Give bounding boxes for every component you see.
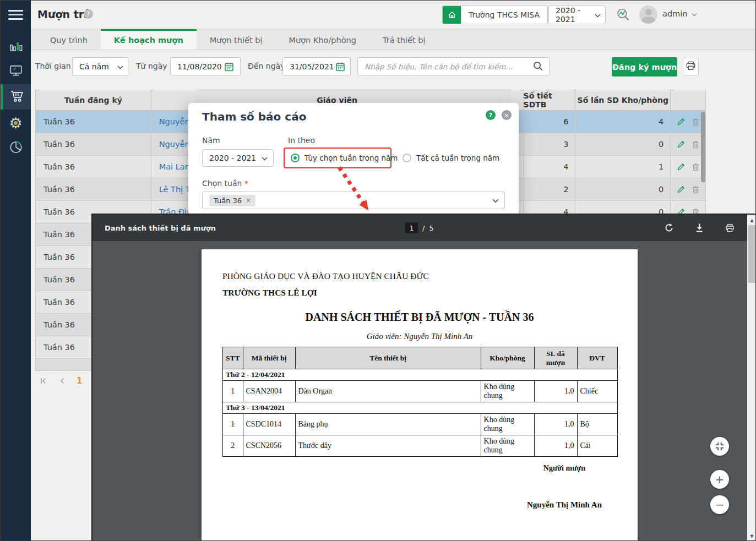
pie-chart-icon — [9, 140, 23, 156]
print-by-label: In theo — [288, 136, 315, 145]
shopping-cart-icon — [9, 88, 25, 106]
doc-table: STT Mã thiết bị Tên thiết bị Kho/phòng S… — [222, 347, 618, 457]
scroll-up-icon[interactable]: ▲ — [747, 216, 756, 224]
pdf-total-pages: 5 — [429, 224, 433, 232]
delete-icon[interactable] — [691, 162, 700, 172]
bar-chart-icon — [9, 39, 23, 56]
filter-bar: Thời gian Cả năm Từ ngày 11/08/2020 Đến … — [31, 50, 755, 83]
tab-quy-trinh[interactable]: Quy trình — [37, 29, 101, 50]
prev-page-icon[interactable] — [58, 376, 67, 385]
delete-icon[interactable] — [691, 117, 700, 127]
tab-ke-hoach-muon[interactable]: Kế hoạch mượn — [101, 29, 197, 50]
fit-page-button[interactable] — [710, 437, 729, 456]
edit-icon[interactable] — [676, 184, 686, 194]
cell-week: Tuần 36 — [36, 133, 151, 155]
sidebar-item-devices[interactable] — [1, 59, 31, 84]
cell-sdtb: 2 — [524, 178, 576, 200]
modal-close-icon[interactable]: × — [502, 110, 512, 120]
doc-section-row: Thứ 3 - 13/04/2021 — [223, 402, 618, 414]
from-date-input[interactable]: 11/08/2020 — [170, 57, 241, 76]
week-multiselect[interactable]: Tuần 36 × — [202, 192, 505, 209]
tab-muon-kho-phong[interactable]: Mượn Kho/phòng — [275, 29, 369, 50]
app-window: ⚙ Mượn trả ? Trường THCS MISA 2020 - 202… — [0, 0, 756, 541]
sidebar-item-reports[interactable] — [1, 35, 31, 60]
search-icon[interactable] — [532, 61, 543, 73]
sidebar: ⚙ — [1, 1, 31, 540]
cell-sdtb: 6 — [524, 111, 576, 133]
col-header-sdtb: Số tiết SDTB — [524, 90, 576, 110]
calendar-icon[interactable] — [334, 59, 347, 74]
username: admin — [662, 9, 687, 18]
edit-icon[interactable] — [676, 139, 686, 149]
year-label: Năm — [202, 136, 220, 145]
pdf-preview-overlay: Danh sách thiết bị đã mượn 1 / 5 PH — [91, 214, 756, 541]
edit-icon[interactable] — [676, 117, 686, 127]
pdf-toolbar: Danh sách thiết bị đã mượn 1 / 5 — [93, 215, 747, 241]
search-input[interactable] — [365, 62, 532, 71]
doc-table-header: STT Mã thiết bị Tên thiết bị Kho/phòng S… — [223, 347, 618, 369]
doc-col-code: Mã thiết bị — [243, 347, 295, 369]
delete-icon[interactable] — [691, 185, 700, 194]
radio-all-label: Tất cả tuần trong năm — [416, 154, 499, 162]
download-icon[interactable] — [694, 223, 704, 233]
user-menu[interactable]: admin — [662, 9, 697, 18]
home-icon — [443, 6, 461, 24]
from-date-value: 11/08/2020 — [177, 62, 222, 71]
printer-icon — [685, 60, 697, 74]
sidebar-item-borrow-return[interactable] — [1, 84, 31, 110]
gear-icon: ⚙ — [9, 116, 22, 130]
from-date-label: Từ ngày — [136, 62, 167, 70]
rotate-icon[interactable] — [664, 223, 674, 233]
cell-week: Tuần 36 — [36, 156, 151, 178]
modal-year-value: 2020 - 2021 — [209, 154, 256, 162]
doc-col-name: Tên thiết bị — [295, 347, 481, 369]
scroll-down-icon[interactable]: ▼ — [747, 532, 756, 540]
sidebar-item-settings[interactable]: ⚙ — [1, 110, 31, 135]
sidebar-item-statistics[interactable] — [1, 135, 31, 161]
connection-status-icon[interactable] — [616, 7, 631, 25]
page-title: Mượn trả — [37, 8, 91, 20]
doc-col-room: Kho/phòng — [481, 347, 534, 369]
school-year-value: 2020 - 2021 — [556, 6, 595, 24]
col-header-actions — [671, 90, 705, 110]
pdf-viewport: PHÒNG GIÁO DỤC VÀ ĐÀO TẠO HUYỆN CHÂU ĐỨC… — [93, 241, 747, 541]
top-bar: Mượn trả ? Trường THCS MISA 2020 - 2021 … — [31, 1, 755, 29]
pdf-scrollbar-thumb[interactable] — [748, 225, 756, 283]
page-help-icon[interactable]: ? — [84, 9, 93, 19]
doc-item-row: 1 CSAN2004 Đàn Organ Kho dùng chung 1,0 … — [223, 381, 618, 402]
cell-week: Tuần 36 — [36, 111, 151, 133]
school-selector[interactable]: Trường THCS MISA — [442, 6, 548, 24]
modal-title: Tham số báo cáo — [202, 110, 306, 123]
to-date-input[interactable]: 31/05/2021 — [282, 57, 351, 76]
time-range-select[interactable]: Cả năm — [72, 57, 128, 76]
zoom-in-button[interactable]: + — [710, 470, 729, 489]
radio-all-weeks[interactable]: Tất cả tuần trong năm — [403, 154, 499, 162]
user-avatar[interactable] — [639, 6, 657, 24]
pdf-current-page-input[interactable]: 1 — [405, 222, 418, 233]
current-page-number[interactable]: 1 — [77, 376, 82, 386]
chip-remove-icon[interactable]: × — [246, 196, 251, 204]
first-page-icon[interactable] — [39, 376, 48, 385]
modal-year-select[interactable]: 2020 - 2021 — [202, 149, 274, 167]
search-box — [357, 57, 550, 76]
printer-icon[interactable] — [725, 223, 735, 233]
chevron-down-icon — [262, 154, 268, 162]
page-separator: / — [422, 224, 425, 232]
doc-signer-role: Người mượn — [482, 464, 647, 473]
menu-hamburger-icon[interactable] — [8, 10, 23, 20]
delete-icon[interactable] — [691, 140, 700, 149]
tab-tra-thiet-bi[interactable]: Trả thiết bị — [369, 29, 439, 50]
edit-icon[interactable] — [676, 162, 686, 172]
zoom-out-button[interactable]: − — [710, 495, 729, 514]
doc-department: PHÒNG GIÁO DỤC VÀ ĐÀO TẠO HUYỆN CHÂU ĐỨC — [222, 271, 429, 281]
pdf-scrollbar: ▲ ▼ — [747, 215, 756, 541]
tab-muon-thiet-bi[interactable]: Mượn thiết bị — [197, 29, 276, 50]
school-year-select[interactable]: 2020 - 2021 — [548, 6, 606, 24]
table-scrollbar-thumb[interactable] — [701, 112, 705, 182]
calendar-icon[interactable] — [222, 59, 237, 74]
modal-help-icon[interactable]: ? — [486, 110, 496, 120]
register-borrow-button[interactable]: Đăng ký mượn — [612, 57, 677, 76]
doc-section-row: Thứ 2 - 12/04/2021 — [223, 369, 618, 381]
annotation-highlight-box — [284, 147, 391, 168]
print-button[interactable] — [683, 58, 699, 75]
